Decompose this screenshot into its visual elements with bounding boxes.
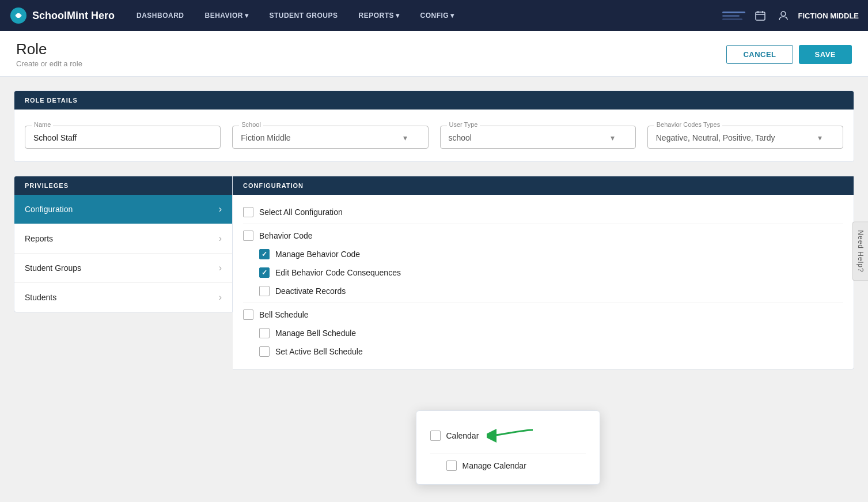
config-label-set-active-bell-schedule: Set Active Bell Schedule — [275, 347, 363, 356]
priv-label-students: Students — [25, 293, 56, 302]
config-label-deactivate-records: Deactivate Records — [275, 286, 346, 296]
config-panel: CONFIGURATION Select All Configuration B… — [233, 176, 854, 369]
checkbox-select-all[interactable] — [243, 207, 253, 217]
checkbox-behavior-code[interactable] — [243, 231, 253, 241]
name-field: Name — [25, 126, 221, 149]
nav-right: FICTION MIDDLE — [722, 7, 859, 24]
role-details-header: ROLE DETAILS — [14, 91, 854, 110]
checkbox-calendar[interactable] — [430, 431, 441, 441]
config-label-bell-schedule: Bell Schedule — [259, 310, 309, 319]
calendar-popover: Calendar Manage Calendar — [416, 410, 600, 485]
role-details-card: ROLE DETAILS Name School Fiction Middle … — [14, 90, 854, 162]
page-header: Role Create or edit a role CANCEL SAVE — [0, 31, 868, 77]
page-title: Role — [16, 40, 82, 58]
checkbox-box-set-active-bell-schedule — [259, 346, 270, 357]
school-select[interactable]: Fiction Middle ▾ — [232, 126, 428, 149]
config-label-manage-calendar: Manage Calendar — [463, 461, 526, 470]
page-title-block: Role Create or edit a role — [16, 40, 82, 68]
checkbox-box-manage-behavior-code — [259, 249, 270, 259]
chevron-right-icon: › — [219, 292, 222, 303]
priv-label-reports: Reports — [25, 234, 53, 243]
nav-behavior[interactable]: BEHAVIOR ▾ — [202, 9, 252, 22]
priv-label-configuration: Configuration — [25, 205, 73, 214]
checkbox-box-select-all — [243, 207, 253, 217]
topnav: SchoolMint Hero DASHBOARD BEHAVIOR ▾ STU… — [0, 0, 868, 31]
nav-dashboard[interactable]: DASHBOARD — [133, 9, 188, 22]
school-name: FICTION MIDDLE — [798, 12, 859, 20]
page-subtitle: Create or edit a role — [16, 59, 82, 68]
checkbox-manage-behavior-code[interactable] — [259, 249, 270, 259]
privileges-header: PRIVILEGES — [14, 176, 232, 195]
header-actions: CANCEL SAVE — [726, 45, 852, 64]
nav-student-groups[interactable]: STUDENT GROUPS — [266, 9, 341, 22]
config-row-behavior-code: Behavior Code — [243, 227, 843, 245]
user-type-field: User Type school ▾ — [440, 126, 636, 149]
user-type-value: school — [449, 133, 472, 142]
config-body: Select All Configuration Behavior Code M… — [233, 195, 854, 369]
svg-point-6 — [781, 12, 786, 16]
svg-rect-2 — [756, 12, 765, 20]
config-row-manage-bell-schedule: Manage Bell Schedule — [243, 324, 843, 342]
app-logo[interactable]: SchoolMint Hero — [9, 6, 115, 25]
calendar-icon-btn[interactable] — [752, 7, 768, 24]
checkbox-set-active-bell-schedule[interactable] — [259, 346, 270, 357]
priv-item-students[interactable]: Students › — [14, 283, 232, 312]
config-header: CONFIGURATION — [233, 176, 854, 195]
privileges-panel: PRIVILEGES Configuration › Reports › Stu… — [14, 176, 233, 312]
checkbox-box-calendar — [430, 431, 441, 441]
school-field: School Fiction Middle ▾ — [232, 126, 428, 149]
user-type-chevron-down-icon: ▾ — [611, 133, 615, 142]
config-row-manage-behavior-code: Manage Behavior Code — [243, 245, 843, 263]
save-button[interactable]: SAVE — [799, 45, 852, 64]
checkbox-deactivate-records[interactable] — [259, 286, 270, 296]
config-row-bell-schedule: Bell Schedule — [243, 305, 843, 324]
behavior-codes-field: Behavior Codes Types Negative, Neutral, … — [647, 126, 843, 149]
behavior-codes-chevron-down-icon: ▾ — [818, 133, 822, 142]
priv-item-student-groups[interactable]: Student Groups › — [14, 254, 232, 283]
arrow-annotation — [487, 424, 539, 447]
nav-config[interactable]: CONFIG ▾ — [416, 9, 457, 22]
progress-indicator — [722, 12, 745, 20]
main-content: ROLE DETAILS Name School Fiction Middle … — [0, 77, 868, 369]
checkbox-manage-bell-schedule[interactable] — [259, 328, 270, 338]
checkbox-bell-schedule[interactable] — [243, 309, 253, 320]
role-details-body: Name School Fiction Middle ▾ User Type s… — [14, 110, 854, 161]
svg-point-1 — [16, 13, 21, 18]
config-row-select-all: Select All Configuration — [243, 203, 843, 221]
priv-label-student-groups: Student Groups — [25, 263, 81, 273]
divider2 — [243, 303, 843, 303]
config-row-set-active-bell-schedule: Set Active Bell Schedule — [243, 342, 843, 361]
behavior-codes-label: Behavior Codes Types — [654, 121, 722, 128]
config-label-manage-behavior-code: Manage Behavior Code — [275, 250, 360, 259]
chevron-right-icon: › — [219, 204, 222, 214]
behavior-codes-select[interactable]: Negative, Neutral, Positive, Tardy ▾ — [647, 126, 843, 149]
divider — [243, 224, 843, 224]
checkbox-manage-calendar[interactable] — [446, 461, 457, 471]
config-label-edit-behavior-code-consequences: Edit Behavior Code Consequences — [275, 268, 401, 277]
priv-item-configuration[interactable]: Configuration › — [14, 195, 232, 224]
user-icon-btn[interactable] — [775, 7, 791, 24]
school-chevron-down-icon: ▾ — [403, 133, 407, 142]
config-label-select-all: Select All Configuration — [259, 207, 343, 217]
config-row-manage-calendar: Manage Calendar — [430, 456, 586, 475]
nav-reports[interactable]: REPORTS ▾ — [355, 9, 403, 22]
name-label: Name — [32, 121, 53, 128]
chevron-right-icon: › — [219, 233, 222, 244]
calendar-divider — [430, 454, 586, 454]
school-label: School — [239, 121, 263, 128]
chevron-right-icon: › — [219, 263, 222, 273]
checkbox-box-edit-behavior-code-consequences — [259, 267, 270, 278]
config-row-edit-behavior-code-consequences: Edit Behavior Code Consequences — [243, 263, 843, 282]
user-type-select[interactable]: school ▾ — [440, 126, 636, 149]
config-label-calendar: Calendar — [446, 431, 479, 440]
priv-item-reports[interactable]: Reports › — [14, 224, 232, 254]
need-help-sidebar[interactable]: Need Help? — [852, 221, 868, 281]
config-row-calendar: Calendar — [430, 420, 586, 451]
name-input[interactable] — [25, 126, 221, 149]
cancel-button[interactable]: CANCEL — [726, 45, 793, 64]
checkbox-edit-behavior-code-consequences[interactable] — [259, 267, 270, 278]
privileges-layout: PRIVILEGES Configuration › Reports › Stu… — [14, 176, 854, 369]
config-row-deactivate-records: Deactivate Records — [243, 282, 843, 300]
checkbox-box-deactivate-records — [259, 286, 270, 296]
checkbox-box-behavior-code — [243, 231, 253, 241]
